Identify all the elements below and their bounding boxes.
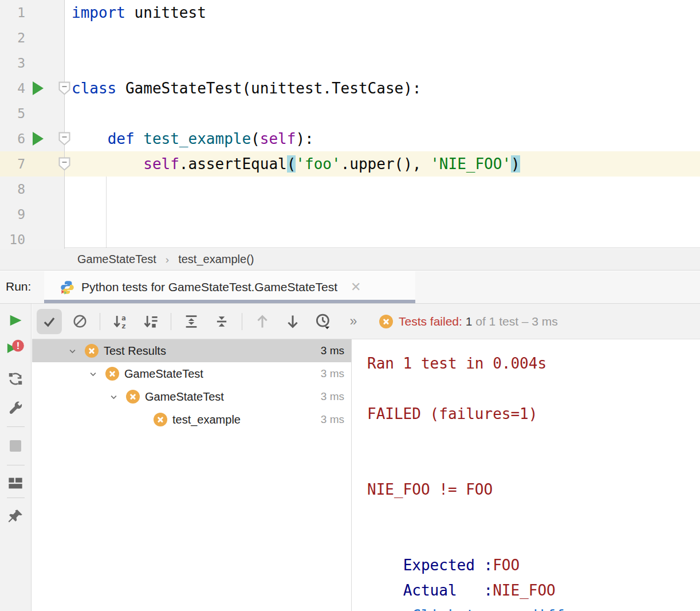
console-actual-value: NIE_FOO xyxy=(493,582,556,599)
console-diff-line: NIE_FOO != FOO xyxy=(367,481,493,498)
click-to-see-difference-link[interactable]: <Click to see difference> xyxy=(403,607,627,611)
tree-row-duration: 3 ms xyxy=(321,413,344,426)
fold-marker-icon[interactable] xyxy=(58,81,71,96)
tree-row-gamestatetest-class[interactable]: GameStateTest 3 ms xyxy=(32,385,351,408)
line-number: 5 xyxy=(0,106,25,121)
code-text[interactable]: self.assertEqual('foo'.upper(), 'NIE_FOO… xyxy=(65,151,520,177)
code-token: ( xyxy=(251,130,260,147)
tree-row-duration: 3 ms xyxy=(321,367,344,380)
toolbar-separator xyxy=(7,498,25,498)
selected-tab-indicator xyxy=(44,300,415,303)
code-editor[interactable]: 1 import unittest 2 3 4 class GameStateT… xyxy=(0,0,700,248)
code-token: self xyxy=(143,155,179,173)
show-ignored-button[interactable] xyxy=(67,309,92,334)
breadcrumb-method[interactable]: test_example() xyxy=(178,253,254,266)
tree-row-test-results[interactable]: Test Results 3 ms xyxy=(32,339,351,362)
code-line-9[interactable]: 9 xyxy=(0,202,700,227)
code-line-3[interactable]: 3 xyxy=(0,50,700,76)
code-line-4[interactable]: 4 class GameStateTest(unittest.TestCase)… xyxy=(0,76,700,101)
code-token: 'NIE_FOO' xyxy=(430,155,511,173)
svg-text:z: z xyxy=(121,321,126,329)
run-test-gutter-icon[interactable] xyxy=(33,132,44,146)
code-token: self xyxy=(260,130,296,147)
toolbar-separator xyxy=(242,313,242,330)
sort-by-duration-button[interactable] xyxy=(138,309,163,334)
line-number: 10 xyxy=(0,232,25,247)
code-line-5[interactable]: 5 xyxy=(0,101,700,126)
editor-gutter: 9 xyxy=(0,202,65,227)
show-passed-button[interactable] xyxy=(37,309,62,334)
collapse-all-button[interactable] xyxy=(209,309,234,334)
tree-row-label: GameStateTest xyxy=(145,390,224,404)
run-tab-title: Python tests for GameStateTest.GameState… xyxy=(81,280,337,294)
console-expected-value: FOO xyxy=(493,557,520,574)
fold-marker-icon[interactable] xyxy=(58,156,71,171)
code-text[interactable]: class GameStateTest(unittest.TestCase): xyxy=(65,76,422,101)
toolbar-separator xyxy=(100,313,100,330)
test-history-button[interactable] xyxy=(310,309,336,334)
editor-gutter: 1 xyxy=(0,0,65,25)
code-token: .upper(), xyxy=(341,155,431,173)
rerun-automatically-button[interactable] xyxy=(0,370,31,387)
test-failed-badge-icon xyxy=(85,344,99,358)
console-blank-line xyxy=(367,376,700,401)
rerun-failed-tests-button[interactable]: ! xyxy=(0,338,31,358)
run-test-gutter-icon[interactable] xyxy=(33,81,44,95)
code-line-8[interactable]: 8 xyxy=(0,177,700,202)
code-text[interactable]: import unittest xyxy=(65,0,206,25)
editor-gutter: 7 xyxy=(0,151,65,177)
pin-tab-button[interactable] xyxy=(0,508,31,525)
console-ran-line: Ran 1 test in 0.004s xyxy=(367,355,546,372)
line-number: 9 xyxy=(0,207,25,222)
console-expected-label: Expected : xyxy=(403,557,493,574)
code-token xyxy=(135,130,144,147)
toolbar-separator xyxy=(7,426,25,427)
breadcrumb-class[interactable]: GameStateTest xyxy=(77,253,156,266)
code-line-1[interactable]: 1 import unittest xyxy=(0,0,700,25)
fold-marker-icon[interactable] xyxy=(58,131,71,146)
test-status-summary: Tests failed: 1 of 1 test – 3 ms xyxy=(379,315,558,328)
editor-gutter: 2 xyxy=(0,25,65,50)
code-line-6[interactable]: 6 def test_example(self): xyxy=(0,126,700,151)
close-tab-icon[interactable]: ✕ xyxy=(351,280,361,295)
stop-button[interactable] xyxy=(0,439,31,453)
chevrons-right-icon: » xyxy=(350,314,357,329)
editor-gutter: 6 xyxy=(0,126,65,151)
code-token: ): xyxy=(296,130,313,147)
sort-alphabetically-button[interactable]: a z xyxy=(108,309,133,334)
test-runner-toolbar: a z xyxy=(32,304,700,339)
code-token: import xyxy=(72,4,125,21)
console-blank-line xyxy=(367,426,700,452)
test-results-tree: Test Results 3 ms GameStateTest 3 ms Gam… xyxy=(32,339,351,611)
tree-row-gamestatetest-module[interactable]: GameStateTest 3 ms xyxy=(32,362,351,385)
code-token: 'foo' xyxy=(296,155,340,173)
tree-row-test-example[interactable]: test_example 3 ms xyxy=(32,408,351,431)
tree-row-label: test_example xyxy=(172,413,241,426)
run-configuration-tab[interactable]: Python tests for GameStateTest.GameState… xyxy=(44,271,415,303)
rerun-button[interactable] xyxy=(0,312,31,329)
console-blank-line xyxy=(367,502,700,527)
editor-gutter: 5 xyxy=(0,101,65,126)
chevron-down-icon[interactable] xyxy=(103,393,124,401)
layout-settings-button[interactable] xyxy=(0,475,31,491)
code-token: unittest xyxy=(125,4,206,21)
code-text[interactable]: def test_example(self): xyxy=(65,126,314,151)
breadcrumb: GameStateTest › test_example() xyxy=(0,249,700,271)
chevron-down-icon[interactable] xyxy=(62,347,82,355)
breadcrumb-separator-icon: › xyxy=(166,253,169,266)
next-failed-test-button[interactable] xyxy=(280,309,305,334)
chevron-down-icon[interactable] xyxy=(82,370,103,378)
previous-failed-test-button[interactable] xyxy=(250,309,275,334)
tests-failed-label: Tests failed: xyxy=(399,315,462,328)
expand-all-button[interactable] xyxy=(179,309,204,334)
more-actions-button[interactable]: » xyxy=(341,309,366,334)
run-tab-bar: Run: Python tests for GameStateTest.Game… xyxy=(0,271,700,304)
editor-gutter: 8 xyxy=(0,177,65,202)
test-settings-wrench-button[interactable] xyxy=(0,401,31,418)
tests-summary-text: of 1 test – 3 ms xyxy=(475,315,558,328)
test-failed-badge-icon xyxy=(154,413,167,426)
tests-failed-icon xyxy=(379,315,393,328)
code-line-7-current[interactable]: 7 self.assertEqual('foo'.upper(), 'NIE_F… xyxy=(0,151,700,177)
python-tests-icon xyxy=(60,280,75,295)
code-line-2[interactable]: 2 xyxy=(0,25,700,50)
